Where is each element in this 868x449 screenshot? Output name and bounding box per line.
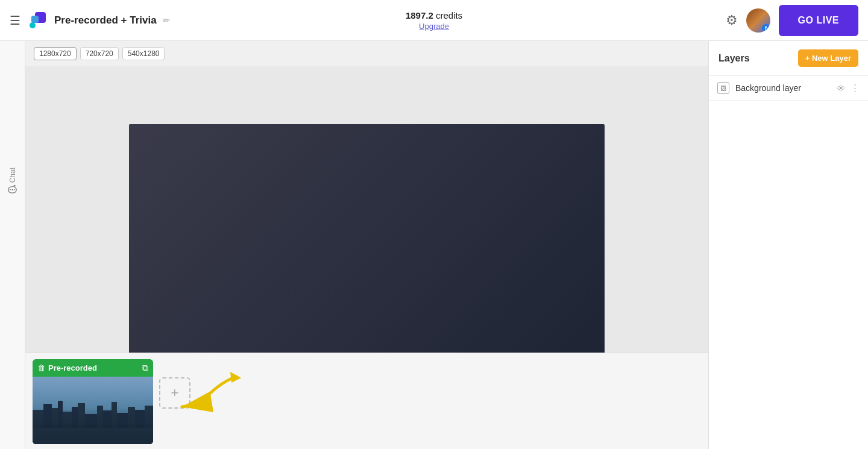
svg-marker-21: [230, 372, 241, 383]
edit-icon[interactable]: ✏: [163, 15, 171, 26]
svg-point-0: [30, 22, 36, 28]
header-left: ☰ Pre-recorded + Trivia ✏: [10, 10, 406, 31]
resolution-1280x720[interactable]: 1280x720: [34, 47, 77, 60]
scene-copy-icon[interactable]: ⧉: [142, 363, 148, 373]
upgrade-link[interactable]: Upgrade: [419, 22, 449, 31]
credits-number: 1897.2: [406, 10, 433, 20]
bottom-panel: 🗑 Pre-recorded ⧉: [25, 353, 708, 449]
main-layout: 💬 Chat 1280x720 720x720 540x1280 ∨ 🗑 Pre…: [0, 41, 868, 449]
layer-type-icon: 🖼: [717, 82, 729, 94]
layer-item-background[interactable]: 🖼 Background layer 👁 ⋮: [709, 76, 868, 101]
avatar-fb-badge: f: [762, 24, 770, 33]
header-right: ⚙ f GO LIVE: [462, 5, 858, 36]
new-layer-button[interactable]: + New Layer: [798, 49, 858, 67]
left-sidebar: 💬 Chat: [0, 41, 25, 449]
add-scene-button[interactable]: +: [159, 377, 190, 409]
project-name: Pre-recorded + Trivia: [54, 14, 157, 27]
chat-icon: 💬: [8, 185, 17, 194]
layer-more-icon[interactable]: ⋮: [851, 83, 860, 93]
svg-rect-2: [31, 16, 39, 23]
scene-card-header-left: 🗑 Pre-recorded: [37, 363, 97, 372]
credits-label: credits: [436, 10, 462, 20]
settings-icon[interactable]: ⚙: [726, 13, 738, 28]
scene-label: Pre-recorded: [48, 363, 97, 372]
layers-header: Layers + New Layer: [709, 41, 868, 76]
credits-display: 1897.2 credits: [406, 10, 462, 20]
scene-thumbnail: [33, 377, 153, 444]
layer-actions: 👁 ⋮: [837, 83, 860, 93]
header-center: 1897.2 credits Upgrade: [406, 10, 462, 31]
canvas-area: 1280x720 720x720 540x1280 ∨ 🗑 Pre-record…: [25, 41, 708, 449]
scene-card-pre-recorded[interactable]: 🗑 Pre-recorded ⧉: [33, 359, 153, 444]
scene-thumbnail-overlay: [33, 408, 153, 444]
chat-label: Chat: [8, 168, 17, 183]
right-panel: Layers + New Layer 🖼 Background layer 👁 …: [708, 41, 868, 449]
layer-name: Background layer: [735, 83, 831, 93]
go-live-button[interactable]: GO LIVE: [779, 5, 858, 36]
avatar[interactable]: f: [746, 8, 770, 33]
scene-trash-icon[interactable]: 🗑: [37, 363, 45, 372]
chat-panel-toggle[interactable]: 💬 Chat: [8, 168, 17, 194]
layers-title: Layers: [719, 53, 750, 64]
scene-card-header: 🗑 Pre-recorded ⧉: [33, 359, 153, 377]
resolution-bar: 1280x720 720x720 540x1280: [25, 41, 708, 66]
resolution-540x1280[interactable]: 540x1280: [122, 47, 165, 60]
header: ☰ Pre-recorded + Trivia ✏ 1897.2 credits…: [0, 0, 868, 41]
menu-icon[interactable]: ☰: [10, 13, 20, 28]
layer-visibility-icon[interactable]: 👁: [837, 83, 846, 93]
resolution-720x720[interactable]: 720x720: [80, 47, 119, 60]
app-logo: [27, 10, 48, 31]
canvas-preview: [129, 124, 605, 392]
